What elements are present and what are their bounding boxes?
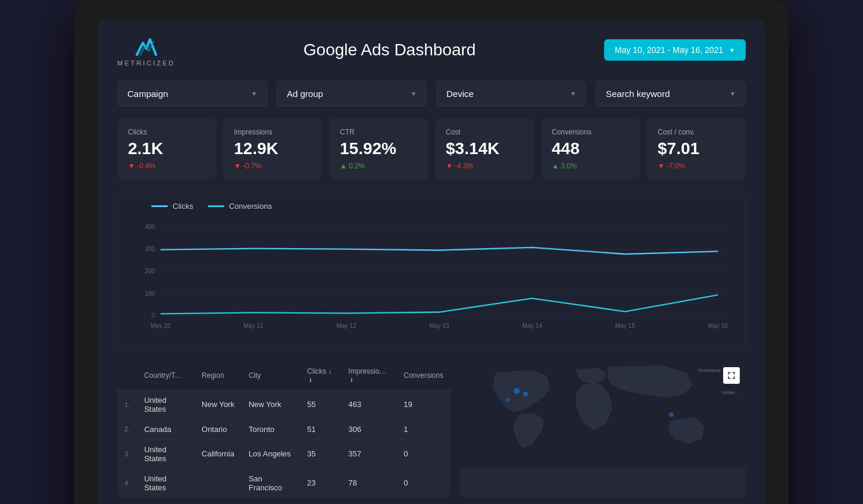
search-keyword-filter[interactable]: Search keyword ▼ — [596, 81, 746, 107]
row-city: New York — [242, 390, 300, 419]
kpi-clicks-label: Clicks — [128, 128, 205, 136]
kpi-cost-conv-value: $7.01 — [658, 140, 735, 158]
sort-icon: ℹ — [309, 377, 311, 383]
device-filter-label: Device — [446, 89, 474, 99]
legend-conversions: Conversions — [208, 202, 272, 211]
col-clicks[interactable]: Clicks ↓ ℹ — [300, 361, 341, 390]
arrow-down-icon: ▼ — [234, 162, 241, 170]
header: METRICIZED Google Ads Dashboard May 10, … — [117, 33, 746, 67]
campaign-filter-label: Campaign — [127, 89, 168, 99]
conversions-line — [161, 295, 718, 314]
row-impressions: 463 — [341, 390, 396, 419]
arrow-up-icon: ▲ — [552, 162, 559, 170]
svg-text:May 10: May 10 — [151, 323, 171, 329]
chart-svg-wrap: 400 300 200 100 0 May 10 May 11 May 12 M… — [127, 218, 736, 339]
row-clicks: 35 — [300, 439, 341, 468]
table-row: 4. United States San Francisco 23 78 0 — [117, 468, 451, 497]
data-table: Country/T... Region City Clicks ↓ ℹ Impr… — [117, 361, 451, 497]
chevron-down-icon: ▼ — [251, 90, 257, 97]
row-num: 1. — [117, 390, 137, 419]
kpi-conversions-label: Conversions — [552, 128, 629, 136]
col-num — [117, 361, 137, 390]
sort-icon: ℹ — [351, 377, 352, 383]
kpi-conversions-change: ▲ 3.0% — [552, 162, 629, 170]
expand-icon — [727, 371, 736, 380]
logo-area: METRICIZED — [117, 33, 175, 67]
map-section: Greenland Icelan... — [460, 361, 746, 497]
row-conversions: 0 — [396, 439, 451, 468]
table-row: 3. United States California Los Angeles … — [117, 439, 451, 468]
kpi-cost-conv-change: ▼ -7.0% — [658, 162, 735, 170]
row-country: United States — [137, 468, 195, 497]
chevron-down-icon: ▼ — [411, 90, 417, 97]
search-keyword-filter-label: Search keyword — [606, 89, 670, 99]
line-chart: 400 300 200 100 0 May 10 May 11 May 12 M… — [127, 218, 736, 337]
page-title: Google Ads Dashboard — [175, 40, 604, 60]
svg-point-23 — [669, 412, 674, 417]
kpi-cost-value: $3.14K — [446, 140, 523, 158]
kpi-ctr-value: 15.92% — [340, 140, 417, 158]
row-country: Canada — [137, 419, 195, 439]
arrow-down-icon: ▼ — [446, 162, 453, 170]
row-clicks: 51 — [300, 419, 341, 439]
kpi-clicks-value: 2.1K — [128, 140, 205, 158]
kpi-impressions-label: Impressions — [234, 128, 311, 136]
device-filter[interactable]: Device ▼ — [436, 81, 586, 107]
row-city: Los Angeles — [242, 439, 300, 468]
date-range-label: May 10, 2021 - May 16, 2021 — [615, 45, 723, 55]
row-conversions: 19 — [396, 390, 451, 419]
col-region: Region — [195, 361, 242, 390]
row-country: United States — [137, 439, 195, 468]
date-range-picker[interactable]: May 10, 2021 - May 16, 2021 ▼ — [604, 39, 746, 61]
world-map: Greenland Icelan... — [460, 361, 746, 468]
row-num: 3. — [117, 439, 137, 468]
svg-text:May 15: May 15 — [615, 323, 635, 329]
geo-table: Country/T... Region City Clicks ↓ ℹ Impr… — [117, 361, 451, 497]
filters-row: Campaign ▼ Ad group ▼ Device ▼ Search ke… — [117, 81, 746, 107]
clicks-line — [161, 248, 718, 254]
svg-text:May 13: May 13 — [429, 323, 449, 329]
kpi-cost-conv-label: Cost / conv. — [658, 128, 735, 136]
chevron-down-icon: ▼ — [570, 90, 576, 97]
row-region: New York — [195, 390, 242, 419]
row-clicks: 23 — [300, 468, 341, 497]
map-expand-button[interactable] — [723, 367, 740, 384]
svg-text:May 14: May 14 — [522, 323, 542, 329]
col-impressions: Impressio... ℹ — [341, 361, 396, 390]
logo-icon — [132, 33, 161, 57]
kpi-cost-conv: Cost / conv. $7.01 ▼ -7.0% — [647, 118, 746, 180]
legend-conversions-label: Conversions — [229, 202, 272, 211]
dashboard: METRICIZED Google Ads Dashboard May 10, … — [98, 19, 765, 504]
row-region — [195, 468, 242, 497]
svg-text:300: 300 — [145, 246, 155, 252]
screen: METRICIZED Google Ads Dashboard May 10, … — [98, 19, 765, 504]
row-num: 4. — [117, 468, 137, 497]
row-region: Ontario — [195, 419, 242, 439]
arrow-down-icon: ▼ — [128, 162, 135, 170]
row-region: California — [195, 439, 242, 468]
kpi-cost-change: ▼ -4.3% — [446, 162, 523, 170]
kpi-conversions: Conversions 448 ▲ 3.0% — [541, 118, 640, 180]
kpi-ctr-change: ▲ 0.2% — [340, 162, 417, 170]
bottom-section: Country/T... Region City Clicks ↓ ℹ Impr… — [117, 361, 746, 497]
svg-text:May 11: May 11 — [243, 323, 264, 329]
svg-point-22 — [506, 398, 509, 402]
col-city: City — [242, 361, 300, 390]
ad-group-filter-label: Ad group — [287, 89, 323, 99]
svg-text:200: 200 — [145, 268, 155, 274]
row-city: San Francisco — [242, 468, 300, 497]
kpi-impressions: Impressions 12.9K ▼ -0.7% — [223, 118, 322, 180]
legend-clicks: Clicks — [151, 202, 193, 211]
ad-group-filter[interactable]: Ad group ▼ — [277, 81, 427, 107]
campaign-filter[interactable]: Campaign ▼ — [117, 81, 267, 107]
table-row: 1. United States New York New York 55 46… — [117, 390, 451, 419]
kpi-ctr: CTR 15.92% ▲ 0.2% — [329, 118, 428, 180]
kpi-row: Clicks 2.1K ▼ -0.4% Impressions 12.9K ▼ … — [117, 118, 746, 180]
arrow-down-icon: ▼ — [658, 162, 665, 170]
svg-text:Greenland: Greenland — [698, 368, 720, 373]
kpi-clicks-change: ▼ -0.4% — [128, 162, 205, 170]
brand-name: METRICIZED — [117, 60, 175, 67]
kpi-cost-label: Cost — [446, 128, 523, 136]
col-conversions: Conversions — [396, 361, 451, 390]
svg-text:May 12: May 12 — [336, 323, 357, 329]
